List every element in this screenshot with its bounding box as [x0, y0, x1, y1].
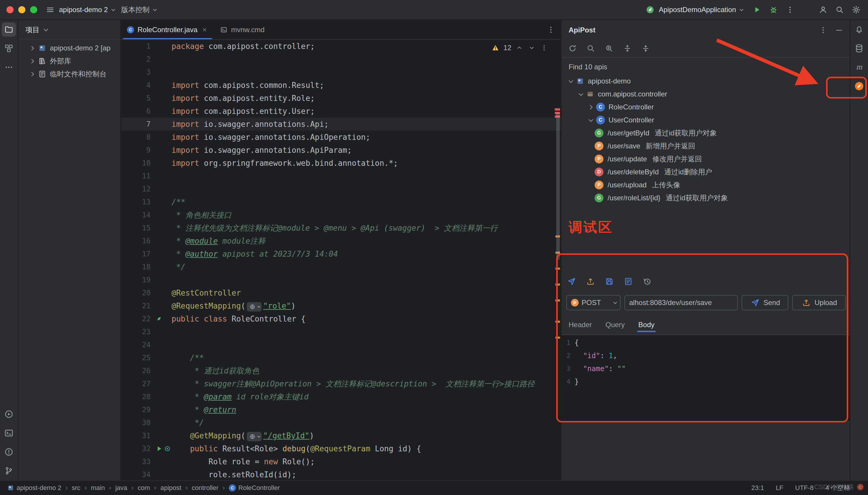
titlebar: apipost-demo 2 版本控制 ApipostDemoApplicati…	[0, 0, 868, 20]
spring-bean-gutter-icon[interactable]	[155, 315, 163, 323]
stripe-mark[interactable]	[555, 108, 560, 110]
api-tree-node[interactable]: apipost-demo	[561, 75, 850, 88]
expand-all-icon[interactable]	[622, 44, 633, 53]
project-tree-item[interactable]: 临时文件和控制台	[18, 68, 120, 81]
database-icon[interactable]	[852, 41, 866, 55]
inspections-widget[interactable]: 12	[488, 42, 552, 53]
api-path: /user/deleteById	[608, 168, 659, 176]
apipost-panel-title: ApiPost	[569, 26, 595, 34]
maven-icon[interactable]: m	[852, 60, 866, 74]
user-icon[interactable]	[818, 4, 829, 15]
breadcrumb-item[interactable]: src	[72, 484, 80, 492]
run-button[interactable]	[752, 4, 762, 15]
code-line: 10import org.springframework.web.bind.an…	[121, 157, 561, 170]
minimize-window-button[interactable]	[18, 6, 26, 13]
breadcrumb-item[interactable]: apipost	[160, 484, 181, 492]
vcs-menu[interactable]: 版本控制	[117, 3, 159, 17]
run-configuration-selector[interactable]: ApipostDemoApplication	[641, 2, 746, 17]
api-endpoint-row[interactable]: D/user/deleteById通过id删除用户	[561, 166, 850, 178]
stripe-mark[interactable]	[555, 337, 560, 339]
api-tree-node[interactable]: CUserController	[561, 114, 850, 126]
request-tab-body[interactable]: Body	[638, 318, 655, 332]
next-warning-icon[interactable]	[527, 44, 536, 52]
upload-icon[interactable]	[586, 277, 595, 286]
refresh-icon[interactable]	[568, 44, 577, 53]
titlebar-right-actions: ApipostDemoApplication	[641, 2, 862, 17]
code-line: 24	[121, 338, 561, 351]
tab-label: RoleController.java	[137, 25, 197, 34]
breadcrumb-item[interactable]: main	[91, 484, 105, 492]
breadcrumb-item[interactable]: java	[115, 484, 127, 492]
code-editor[interactable]: 1package com.apipost.controller;234impor…	[121, 40, 561, 480]
locate-icon[interactable]	[604, 44, 614, 53]
project-switcher-label: apipost-demo 2	[59, 5, 108, 14]
api-endpoint-row[interactable]: P/user/upload上传头像	[561, 178, 850, 191]
apipost-more-icon[interactable]	[818, 25, 829, 35]
stripe-mark[interactable]	[555, 321, 560, 323]
zoom-window-button[interactable]	[30, 6, 37, 13]
doc-icon[interactable]	[624, 277, 633, 286]
stripe-mark[interactable]	[555, 268, 560, 270]
upload-button[interactable]: Upload	[792, 295, 846, 310]
project-switcher[interactable]: apipost-demo 2	[55, 3, 117, 16]
stripe-mark[interactable]	[555, 284, 560, 286]
api-path: /user/getById	[608, 129, 649, 137]
api-endpoint-row[interactable]: P/user/save新增用户并返回	[561, 139, 850, 153]
editor-tab[interactable]: mvnw.cmd	[214, 20, 271, 39]
close-tab-icon[interactable]	[201, 26, 208, 33]
project-tree-item[interactable]: apipost-demo 2 [ap	[18, 41, 120, 55]
chevron-down-icon	[613, 300, 617, 304]
file-encoding[interactable]: UTF-8	[795, 484, 813, 492]
line-separator[interactable]: LF	[776, 484, 784, 492]
mapping-url-inlay[interactable]	[247, 432, 262, 441]
editor-scrollbar[interactable]	[556, 113, 560, 260]
search-icon[interactable]	[586, 44, 596, 53]
save-icon[interactable]	[605, 277, 614, 286]
debug-button[interactable]	[768, 4, 779, 15]
project-panel-header[interactable]: 项目	[18, 20, 120, 40]
tab-options-icon[interactable]	[545, 24, 556, 35]
send-icon[interactable]	[567, 277, 576, 286]
request-tab-header[interactable]: Header	[569, 318, 592, 332]
inspections-more-icon[interactable]	[540, 44, 548, 52]
folder-icon[interactable]	[2, 22, 16, 37]
main-menu-icon[interactable]	[45, 4, 55, 15]
run-method-gutter-icon[interactable]	[155, 445, 163, 453]
breadcrumb-item[interactable]: controller	[192, 484, 218, 492]
mapping-url-inlay[interactable]	[247, 302, 262, 311]
structure-icon[interactable]	[2, 41, 16, 55]
api-endpoint-row[interactable]: G/user/getById通过id获取用户对象	[561, 126, 850, 139]
collapse-all-icon[interactable]	[641, 44, 651, 53]
more-actions-icon[interactable]	[785, 4, 796, 15]
breadcrumb-item[interactable]: apipost-demo 2	[7, 484, 61, 492]
problems-icon[interactable]	[2, 445, 16, 459]
api-debug-gutter-icon[interactable]	[164, 445, 171, 453]
bell-icon[interactable]	[852, 22, 866, 37]
apipost-icon[interactable]	[852, 79, 866, 93]
project-tree-item[interactable]: 外部库	[18, 55, 120, 68]
prev-warning-icon[interactable]	[515, 44, 524, 52]
url-input[interactable]: alhost:8083/dev/user/save	[624, 295, 738, 310]
api-tree-node[interactable]: com.apipost.controller	[561, 88, 850, 101]
request-body-editor[interactable]: 1{2 "id": 1,3 "name": ""4}	[561, 335, 850, 422]
api-tree-node[interactable]: CRoleController	[561, 101, 850, 114]
history-icon[interactable]	[642, 277, 652, 286]
editor-tab[interactable]: CRoleController.java	[121, 20, 214, 39]
breadcrumb-item[interactable]: com	[137, 484, 150, 492]
stripe-mark[interactable]	[555, 300, 560, 302]
terminal-icon[interactable]	[2, 426, 16, 440]
search-icon[interactable]	[834, 4, 845, 15]
git-branch-icon[interactable]	[2, 464, 16, 478]
play-circle-icon[interactable]	[2, 407, 16, 421]
request-tab-query[interactable]: Query	[606, 318, 625, 332]
close-window-button[interactable]	[6, 6, 14, 13]
more-horiz-icon[interactable]	[2, 60, 16, 74]
send-button[interactable]: Send	[742, 295, 788, 310]
api-endpoint-row[interactable]: G/user/roleList/{id}通过id获取用户对象	[561, 191, 850, 204]
method-dropdown[interactable]: P POST	[566, 295, 621, 310]
hide-panel-icon[interactable]	[834, 25, 845, 35]
caret-position[interactable]: 23:1	[751, 484, 764, 492]
breadcrumb-item[interactable]: CRoleController	[229, 484, 280, 492]
api-endpoint-row[interactable]: P/user/update修改用户并返回	[561, 153, 850, 166]
settings-icon[interactable]	[851, 4, 862, 15]
